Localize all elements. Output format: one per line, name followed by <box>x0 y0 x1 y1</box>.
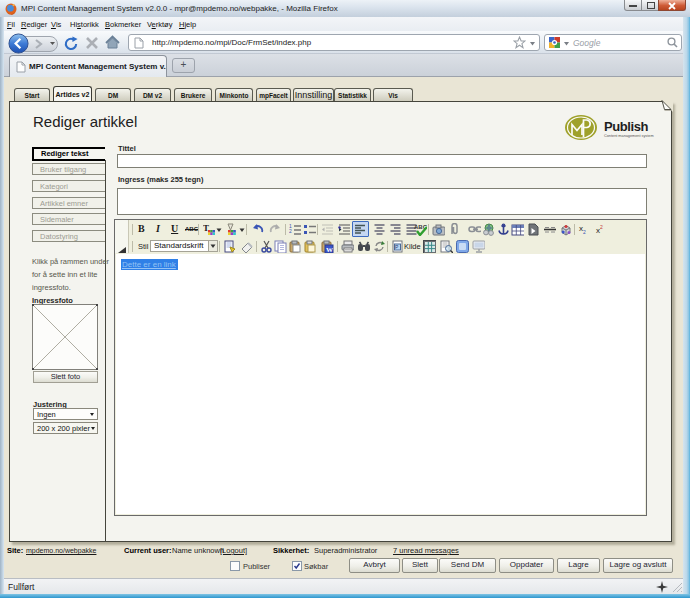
svg-text:2: 2 <box>289 228 292 234</box>
svg-text:W: W <box>326 246 333 253</box>
